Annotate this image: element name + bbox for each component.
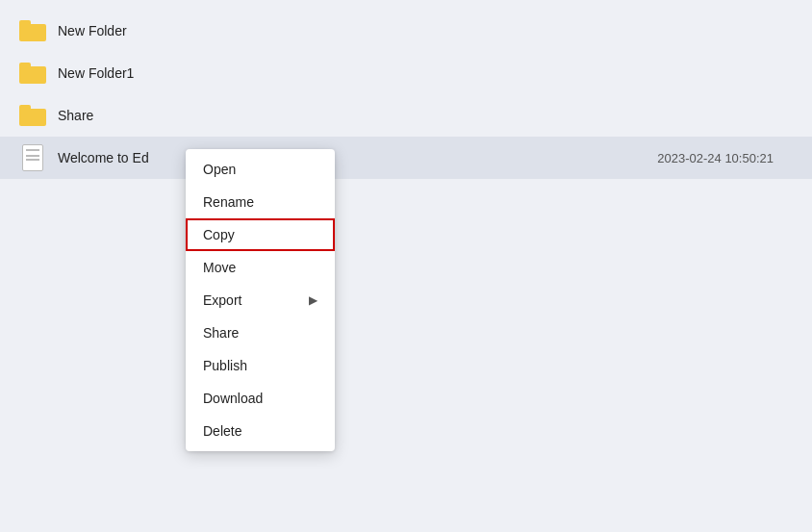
menu-item-move[interactable]: Move (186, 251, 335, 284)
menu-item-rename[interactable]: Rename (186, 186, 335, 218)
folder-icon (19, 20, 46, 41)
file-date: 2023-02-24 10:50:21 (657, 151, 774, 165)
menu-item-share[interactable]: Share (186, 317, 335, 349)
menu-item-label: Delete (203, 423, 241, 439)
doc-icon (22, 144, 43, 171)
menu-item-delete[interactable]: Delete (186, 415, 335, 447)
menu-item-label: Open (203, 162, 236, 177)
folder-icon (19, 105, 46, 126)
submenu-arrow-icon: ▶ (309, 293, 317, 307)
menu-item-label: Publish (203, 358, 247, 373)
file-item-folder1[interactable]: New Folder (0, 10, 812, 52)
file-item-folder2[interactable]: New Folder1 (0, 52, 812, 94)
folder-icon (19, 63, 46, 84)
menu-item-label: Share (203, 325, 239, 341)
menu-item-download[interactable]: Download (186, 382, 335, 415)
menu-item-label: Download (203, 391, 263, 406)
menu-item-copy[interactable]: Copy (186, 218, 335, 251)
menu-item-publish[interactable]: Publish (186, 349, 335, 382)
file-name: Share (58, 108, 793, 123)
menu-item-export[interactable]: Export▶ (186, 284, 335, 317)
menu-item-label: Export (203, 292, 241, 308)
menu-item-label: Copy (203, 227, 235, 242)
file-name: Welcome to Ed (58, 150, 657, 165)
file-name: New Folder1 (58, 65, 793, 81)
file-name: New Folder (58, 23, 793, 38)
file-item-doc1[interactable]: Welcome to Ed2023-02-24 10:50:21 (0, 137, 812, 179)
file-list: New FolderNew Folder1ShareWelcome to Ed2… (0, 0, 812, 189)
menu-item-open[interactable]: Open (186, 153, 335, 186)
menu-item-label: Rename (203, 194, 254, 210)
context-menu: OpenRenameCopyMoveExport▶SharePublishDow… (186, 149, 335, 451)
menu-item-label: Move (203, 260, 236, 275)
file-item-folder3[interactable]: Share (0, 94, 812, 137)
